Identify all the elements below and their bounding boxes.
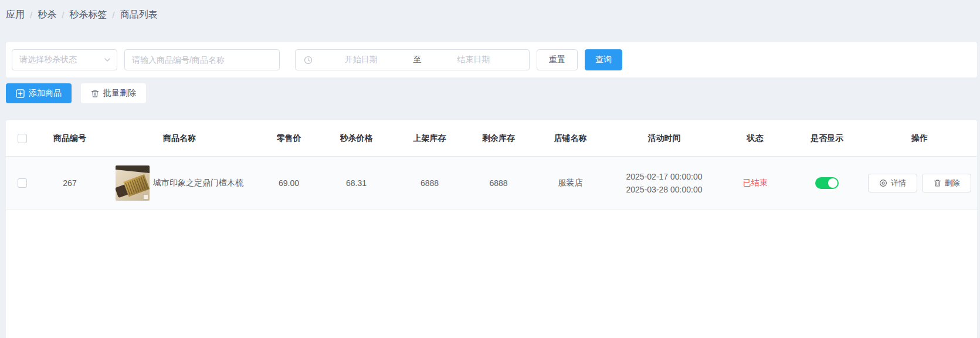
- select-all-checkbox[interactable]: [18, 134, 27, 143]
- batch-delete-button[interactable]: 批量删除: [81, 83, 146, 103]
- product-name: 城市印象之定鼎门檀木梳: [153, 178, 243, 188]
- reset-button[interactable]: 重置: [537, 49, 578, 70]
- seckill-status-select[interactable]: 请选择秒杀状态: [12, 49, 117, 70]
- remaining-stock: 6888: [466, 178, 531, 188]
- column-header-actions: 操作: [862, 133, 977, 144]
- detail-button[interactable]: 详情: [868, 174, 917, 192]
- product-id: 267: [39, 178, 101, 188]
- product-image: [116, 165, 150, 201]
- column-header-seckill-price: 秒杀价格: [320, 133, 393, 144]
- column-header-product-id: 商品编号: [39, 133, 101, 144]
- trash-icon: [934, 179, 941, 187]
- breadcrumb-item-seckill-tag[interactable]: 秒杀标签: [69, 9, 107, 21]
- activity-time-start: 2025-02-17 00:00:00: [626, 170, 703, 183]
- row-checkbox[interactable]: [18, 178, 27, 188]
- product-table: 商品编号 商品名称 零售价 秒杀价格 上架库存 剩余库存 店铺名称 活动时间 状…: [6, 120, 977, 338]
- column-header-retail-price: 零售价: [258, 133, 320, 144]
- add-product-label: 添加商品: [29, 88, 62, 99]
- batch-delete-label: 批量删除: [103, 88, 136, 99]
- seckill-price: 68.31: [320, 178, 393, 188]
- table-header-row: 商品编号 商品名称 零售价 秒杀价格 上架库存 剩余库存 店铺名称 活动时间 状…: [6, 120, 977, 157]
- column-header-stock: 上架库存: [393, 133, 466, 144]
- table-toolbar: 添加商品 批量删除: [6, 83, 974, 103]
- breadcrumb-separator: /: [112, 10, 114, 20]
- table-row: 267: [6, 157, 977, 209]
- filter-bar: 请选择秒杀状态 开始日期 至 结束日期 重置 查询: [6, 42, 977, 77]
- retail-price: 69.00: [258, 178, 320, 188]
- breadcrumb: 应用 / 秒杀 / 秒杀标签 / 商品列表: [0, 0, 980, 22]
- detail-label: 详情: [891, 178, 906, 188]
- eye-icon: [879, 179, 887, 187]
- keyword-search-input[interactable]: [124, 49, 280, 70]
- column-header-visibility: 是否显示: [792, 133, 862, 144]
- activity-time-end: 2025-03-28 00:00:00: [626, 183, 703, 196]
- breadcrumb-item-seckill[interactable]: 秒杀: [38, 9, 56, 21]
- toggle-knob: [828, 178, 837, 188]
- breadcrumb-separator: /: [30, 10, 32, 20]
- status-badge: 已结束: [743, 178, 768, 188]
- end-date-input[interactable]: 结束日期: [425, 55, 523, 65]
- chevron-down-icon: [104, 56, 111, 63]
- column-header-product-name: 商品名称: [101, 133, 258, 144]
- shop-name: 服装店: [531, 178, 610, 188]
- start-date-input[interactable]: 开始日期: [313, 55, 410, 65]
- visibility-toggle[interactable]: [815, 177, 839, 189]
- delete-label: 删除: [945, 178, 960, 188]
- trash-icon: [91, 89, 99, 98]
- delete-button[interactable]: 删除: [922, 174, 971, 192]
- activity-time: 2025-02-17 00:00:00 2025-03-28 00:00:00: [626, 170, 703, 196]
- stock: 6888: [393, 178, 466, 188]
- column-header-shop-name: 店铺名称: [531, 133, 610, 144]
- search-button[interactable]: 查询: [585, 49, 622, 70]
- date-range-separator: 至: [410, 55, 425, 65]
- breadcrumb-item-app[interactable]: 应用: [6, 9, 25, 21]
- clock-icon: [304, 56, 313, 65]
- seckill-status-placeholder: 请选择秒杀状态: [19, 55, 77, 65]
- date-range-picker[interactable]: 开始日期 至 结束日期: [295, 49, 530, 70]
- column-header-activity-time: 活动时间: [610, 133, 718, 144]
- column-header-remaining: 剩余库存: [466, 133, 531, 144]
- breadcrumb-item-product-list: 商品列表: [120, 9, 158, 21]
- plus-square-icon: [16, 89, 25, 98]
- column-header-status: 状态: [718, 133, 792, 144]
- add-product-button[interactable]: 添加商品: [6, 83, 72, 103]
- breadcrumb-separator: /: [62, 10, 64, 20]
